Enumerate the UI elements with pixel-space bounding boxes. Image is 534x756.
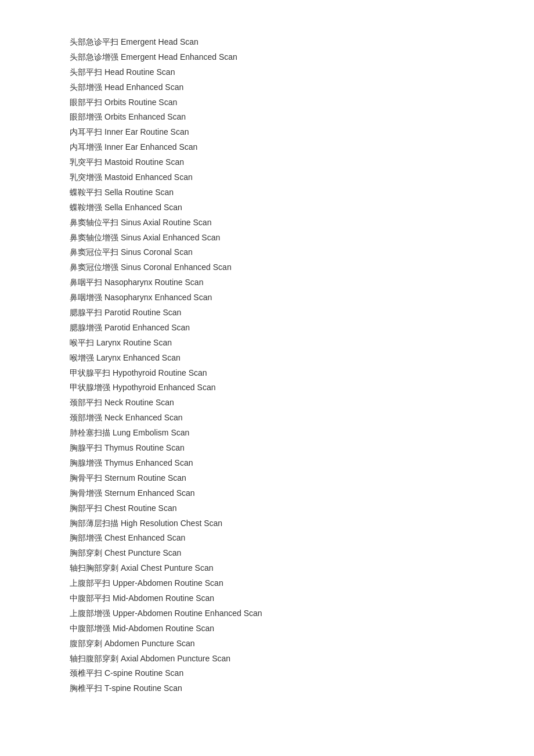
english-label: Emergent Head Scan xyxy=(121,37,199,46)
chinese-label: 内耳平扫 xyxy=(70,127,102,136)
english-label: Sinus Axial Enhanced Scan xyxy=(121,233,220,242)
chinese-label: 内耳增强 xyxy=(70,142,102,152)
english-label: Thymus Enhanced Scan xyxy=(104,458,193,467)
chinese-label: 喉增强 xyxy=(70,353,94,362)
english-label: High Resolution Chest Scan xyxy=(121,519,222,528)
list-item: 腮腺平扫Parotid Routine Scan xyxy=(70,305,464,321)
english-label: Parotid Enhanced Scan xyxy=(104,323,190,332)
list-item: 颈部增强Neck Enhanced Scan xyxy=(70,411,464,426)
chinese-label: 喉平扫 xyxy=(70,338,94,347)
list-item: 腹部穿刺Abdomen Puncture Scan xyxy=(70,636,464,651)
chinese-label: 胸骨平扫 xyxy=(70,473,102,483)
list-item: 眼部增强Orbits Enhanced Scan xyxy=(70,110,464,125)
list-item: 腮腺增强Parotid Enhanced Scan xyxy=(70,321,464,336)
english-label: Upper-Abdomen Routine Scan xyxy=(113,578,223,588)
english-label: Hypothyroid Enhanced Scan xyxy=(113,383,215,392)
chinese-label: 胸腺平扫 xyxy=(70,443,102,452)
chinese-label: 蝶鞍平扫 xyxy=(70,188,102,197)
english-label: Sternum Enhanced Scan xyxy=(104,488,195,498)
list-item: 颈部平扫Neck Routine Scan xyxy=(70,395,464,411)
list-item: 上腹部增强Upper-Abdomen Routine Enhanced Scan xyxy=(70,606,464,621)
english-label: Axial Abdomen Puncture Scan xyxy=(121,654,230,663)
chinese-label: 胸部平扫 xyxy=(70,503,102,513)
list-item: 中腹部平扫Mid-Abdomen Routine Scan xyxy=(70,591,464,606)
english-label: Orbits Routine Scan xyxy=(104,98,177,107)
list-item: 头部增强Head Enhanced Scan xyxy=(70,80,464,95)
list-item: 胸部薄层扫描High Resolution Chest Scan xyxy=(70,516,464,531)
chinese-label: 蝶鞍增强 xyxy=(70,203,102,212)
chinese-label: 眼部增强 xyxy=(70,112,102,121)
list-item: 甲状腺增强Hypothyroid Enhanced Scan xyxy=(70,380,464,395)
chinese-label: 上腹部平扫 xyxy=(70,578,110,588)
list-item: 鼻窦冠位平扫Sinus Coronal Scan xyxy=(70,245,464,260)
list-item: 喉增强Larynx Enhanced Scan xyxy=(70,351,464,366)
chinese-label: 鼻窦冠位平扫 xyxy=(70,247,118,257)
chinese-label: 上腹部增强 xyxy=(70,609,110,618)
list-item: 轴扫腹部穿刺Axial Abdomen Puncture Scan xyxy=(70,651,464,667)
english-label: Head Enhanced Scan xyxy=(104,82,183,92)
list-item: 甲状腺平扫Hypothyroid Routine Scan xyxy=(70,366,464,381)
english-label: Abdomen Puncture Scan xyxy=(104,639,195,648)
list-item: 鼻窦轴位平扫Sinus Axial Routine Scan xyxy=(70,215,464,231)
english-label: Head Routine Scan xyxy=(104,67,175,77)
list-item: 胸骨平扫Sternum Routine Scan xyxy=(70,471,464,486)
english-label: C-spine Routine Scan xyxy=(104,668,183,678)
chinese-label: 颈部增强 xyxy=(70,413,102,422)
chinese-label: 腮腺平扫 xyxy=(70,308,102,317)
chinese-label: 胸椎平扫 xyxy=(70,683,102,693)
english-label: Inner Ear Routine Scan xyxy=(104,127,189,136)
chinese-label: 头部增强 xyxy=(70,82,102,92)
english-label: T-spine Routine Scan xyxy=(104,683,182,693)
chinese-label: 眼部平扫 xyxy=(70,98,102,107)
list-item: 头部平扫Head Routine Scan xyxy=(70,65,464,80)
english-label: Thymus Routine Scan xyxy=(104,443,185,452)
english-label: Sinus Coronal Enhanced Scan xyxy=(121,262,232,272)
english-label: Lung Embolism Scan xyxy=(113,428,189,437)
chinese-label: 肺栓塞扫描 xyxy=(70,428,110,437)
list-item: 鼻窦轴位增强Sinus Axial Enhanced Scan xyxy=(70,231,464,246)
chinese-label: 颈部平扫 xyxy=(70,398,102,407)
list-item: 蝶鞍平扫Sella Routine Scan xyxy=(70,185,464,200)
chinese-label: 鼻咽平扫 xyxy=(70,278,102,287)
list-item: 胸部增强Chest Enhanced Scan xyxy=(70,531,464,546)
chinese-label: 头部急诊平扫 xyxy=(70,37,118,46)
chinese-label: 甲状腺增强 xyxy=(70,383,110,392)
chinese-label: 鼻窦冠位增强 xyxy=(70,262,118,272)
english-label: Sinus Coronal Scan xyxy=(121,247,193,257)
chinese-label: 乳突增强 xyxy=(70,172,102,182)
list-item: 轴扫胸部穿刺Axial Chest Punture Scan xyxy=(70,561,464,576)
chinese-label: 腹部穿刺 xyxy=(70,639,102,648)
english-label: Axial Chest Punture Scan xyxy=(121,563,214,573)
list-item: 鼻咽增强Nasopharynx Enhanced Scan xyxy=(70,290,464,305)
chinese-label: 胸部穿刺 xyxy=(70,548,102,557)
english-label: Sinus Axial Routine Scan xyxy=(121,218,211,227)
list-item: 鼻咽平扫Nasopharynx Routine Scan xyxy=(70,275,464,290)
list-item: 乳突增强Mastoid Enhanced Scan xyxy=(70,170,464,185)
scan-list: 头部急诊平扫Emergent Head Scan头部急诊增强Emergent H… xyxy=(70,35,464,696)
english-label: Chest Enhanced Scan xyxy=(104,533,185,542)
english-label: Emergent Head Enhanced Scan xyxy=(121,52,237,62)
chinese-label: 头部平扫 xyxy=(70,67,102,77)
english-label: Mid-Abdomen Routine Scan xyxy=(113,624,214,633)
english-label: Mastoid Enhanced Scan xyxy=(104,172,193,182)
list-item: 内耳平扫Inner Ear Routine Scan xyxy=(70,125,464,140)
english-label: Upper-Abdomen Routine Enhanced Scan xyxy=(113,609,262,618)
list-item: 乳突平扫Mastoid Routine Scan xyxy=(70,155,464,170)
english-label: Larynx Enhanced Scan xyxy=(96,353,181,362)
list-item: 胸椎平扫T-spine Routine Scan xyxy=(70,681,464,696)
list-item: 胸腺增强Thymus Enhanced Scan xyxy=(70,456,464,471)
english-label: Orbits Enhanced Scan xyxy=(104,112,186,121)
list-item: 颈椎平扫C-spine Routine Scan xyxy=(70,666,464,681)
chinese-label: 颈椎平扫 xyxy=(70,668,102,678)
list-item: 内耳增强Inner Ear Enhanced Scan xyxy=(70,140,464,155)
chinese-label: 鼻窦轴位增强 xyxy=(70,233,118,242)
english-label: Nasopharynx Enhanced Scan xyxy=(104,293,212,302)
list-item: 头部急诊增强Emergent Head Enhanced Scan xyxy=(70,50,464,65)
list-item: 眼部平扫Orbits Routine Scan xyxy=(70,95,464,110)
list-item: 胸部平扫Chest Routine Scan xyxy=(70,501,464,516)
english-label: Inner Ear Enhanced Scan xyxy=(104,142,197,152)
chinese-label: 鼻咽增强 xyxy=(70,293,102,302)
english-label: Sella Routine Scan xyxy=(104,188,174,197)
chinese-label: 胸骨增强 xyxy=(70,488,102,498)
chinese-label: 胸部薄层扫描 xyxy=(70,519,118,528)
